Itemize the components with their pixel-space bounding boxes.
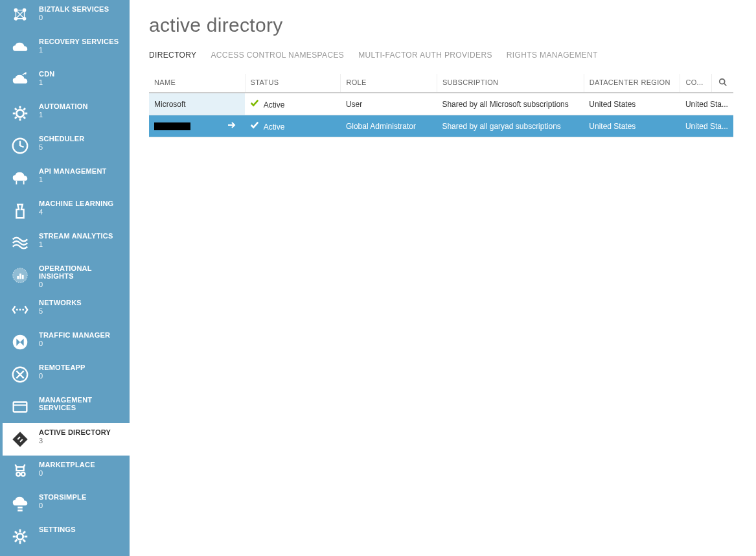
sidebar-item-ad[interactable]: ACTIVE DIRECTORY 3 bbox=[3, 423, 130, 456]
svg-point-41 bbox=[719, 79, 724, 84]
sidebar-item-count: 1 bbox=[39, 111, 88, 119]
opins-icon bbox=[9, 264, 31, 286]
svg-line-8 bbox=[15, 117, 17, 119]
sidebar-item-stream[interactable]: STREAM ANALYTICS 1 bbox=[3, 227, 130, 259]
sidebar-item-count: 4 bbox=[39, 208, 113, 216]
recovery-icon bbox=[9, 38, 31, 60]
table-row[interactable]: Microsoft Active User Shared by all Micr… bbox=[149, 93, 733, 115]
sidebar-item-scheduler[interactable]: SCHEDULER 5 bbox=[3, 130, 130, 162]
sidebar-item-biztalk[interactable]: BIZTALK SERVICES 0 bbox=[3, 0, 130, 32]
sidebar-item-label: BIZTALK SERVICES bbox=[39, 5, 109, 13]
storsimple-icon bbox=[9, 493, 31, 515]
sidebar-item-label: API MANAGEMENT bbox=[39, 167, 107, 175]
sidebar-item-count: 3 bbox=[39, 437, 111, 445]
sidebar-item-count: 0 bbox=[39, 14, 109, 21]
sidebar-item-label: REMOTEAPP bbox=[39, 364, 86, 371]
ad-icon bbox=[9, 428, 31, 450]
sidebar-item-label: SCHEDULER bbox=[39, 135, 84, 143]
svg-line-15 bbox=[20, 146, 24, 147]
svg-line-42 bbox=[724, 84, 726, 86]
row-status: Active bbox=[264, 100, 285, 110]
sidebar-item-marketplace[interactable]: MARKETPLACE 0 bbox=[3, 456, 130, 488]
mgmt-icon bbox=[9, 396, 31, 418]
sidebar-item-count: 1 bbox=[39, 46, 119, 54]
sidebar-item-api[interactable]: API MANAGEMENT 1 bbox=[3, 162, 130, 194]
arrow-right-icon[interactable] bbox=[227, 121, 237, 131]
col-status[interactable]: STATUS bbox=[245, 74, 341, 93]
sidebar-item-networks[interactable]: NETWORKS 5 bbox=[3, 294, 130, 326]
tab-rights-management[interactable]: RIGHTS MANAGEMENT bbox=[507, 48, 598, 62]
svg-line-10 bbox=[15, 108, 17, 110]
sidebar-item-count: 5 bbox=[39, 143, 84, 151]
sidebar-item-count: 1 bbox=[39, 240, 113, 248]
sidebar-item-count: 0 bbox=[39, 372, 86, 380]
sidebar-item-ml[interactable]: MACHINE LEARNING 4 bbox=[3, 194, 130, 227]
col-country[interactable]: CO... bbox=[680, 74, 712, 93]
col-region[interactable]: DATACENTER REGION bbox=[584, 74, 680, 93]
table-header-row: NAME STATUS ROLE SUBSCRIPTION DATACENTER… bbox=[149, 74, 733, 93]
sidebar: BIZTALK SERVICES 0 RECOVERY SERVICES 1 C… bbox=[0, 0, 130, 556]
sidebar-item-mgmt[interactable]: MANAGEMENT SERVICES bbox=[3, 391, 130, 423]
row-region: United States bbox=[589, 100, 636, 109]
svg-rect-19 bbox=[19, 273, 21, 279]
svg-rect-20 bbox=[22, 275, 24, 279]
sidebar-item-remoteapp[interactable]: REMOTEAPP 0 bbox=[3, 358, 130, 391]
check-icon bbox=[250, 98, 259, 108]
col-subscription[interactable]: SUBSCRIPTION bbox=[437, 74, 584, 93]
svg-rect-18 bbox=[17, 276, 19, 279]
sidebar-item-label: STORSIMPLE bbox=[39, 493, 87, 501]
sidebar-item-label: OPERATIONAL INSIGHTS bbox=[39, 264, 126, 280]
tab-directory[interactable]: DIRECTORY bbox=[149, 48, 196, 62]
ml-icon bbox=[9, 200, 31, 222]
svg-line-40 bbox=[23, 531, 25, 533]
svg-point-32 bbox=[17, 533, 23, 539]
sidebar-item-opins[interactable]: OPERATIONAL INSIGHTS 0 bbox=[3, 259, 130, 294]
sidebar-item-label: MANAGEMENT SERVICES bbox=[39, 396, 126, 411]
sidebar-item-storsimple[interactable]: STORSIMPLE 0 bbox=[3, 488, 130, 520]
row-subscription: Shared by all garyad subscriptions bbox=[442, 122, 560, 131]
sidebar-item-recovery[interactable]: RECOVERY SERVICES 1 bbox=[3, 32, 130, 65]
svg-rect-31 bbox=[17, 509, 23, 511]
sidebar-item-label: NETWORKS bbox=[39, 299, 82, 307]
tab-access-control-namespaces[interactable]: ACCESS CONTROL NAMESPACES bbox=[211, 48, 344, 62]
directory-table: NAME STATUS ROLE SUBSCRIPTION DATACENTER… bbox=[149, 74, 733, 137]
sidebar-item-label: ACTIVE DIRECTORY bbox=[39, 428, 111, 436]
sidebar-item-automation[interactable]: AUTOMATION 1 bbox=[3, 97, 130, 130]
row-country: United Sta... bbox=[685, 122, 728, 131]
tab-multi-factor-auth-providers[interactable]: MULTI-FACTOR AUTH PROVIDERS bbox=[358, 48, 492, 62]
sidebar-item-count: 0 bbox=[39, 281, 126, 288]
sidebar-item-label: MACHINE LEARNING bbox=[39, 200, 113, 207]
stream-icon bbox=[9, 232, 31, 254]
svg-line-36 bbox=[15, 540, 17, 542]
sidebar-item-label: AUTOMATION bbox=[39, 102, 88, 110]
col-role[interactable]: ROLE bbox=[341, 74, 437, 93]
sidebar-item-cdn[interactable]: CDN 1 bbox=[3, 65, 130, 97]
svg-point-22 bbox=[19, 309, 21, 311]
sidebar-item-label: RECOVERY SERVICES bbox=[39, 38, 119, 45]
sidebar-item-settings[interactable]: SETTINGS bbox=[3, 520, 130, 553]
redacted-name bbox=[154, 122, 190, 130]
sidebar-item-count: 1 bbox=[39, 78, 55, 86]
svg-point-28 bbox=[16, 472, 20, 476]
sidebar-item-label: CDN bbox=[39, 70, 55, 78]
tabs: DIRECTORYACCESS CONTROL NAMESPACESMULTI-… bbox=[149, 48, 733, 62]
search-icon[interactable] bbox=[717, 78, 728, 87]
row-country: United Sta... bbox=[685, 100, 728, 109]
sidebar-item-traffic[interactable]: TRAFFIC MANAGER 0 bbox=[3, 326, 130, 358]
col-search[interactable] bbox=[712, 74, 734, 93]
svg-point-29 bbox=[21, 472, 25, 476]
sidebar-item-label: SETTINGS bbox=[39, 526, 76, 533]
remoteapp-icon bbox=[9, 364, 31, 386]
sidebar-item-count: 1 bbox=[39, 176, 107, 183]
row-status: Active bbox=[264, 122, 285, 132]
row-subscription: Shared by all Microsoft subscriptions bbox=[442, 100, 568, 109]
col-name[interactable]: NAME bbox=[149, 74, 245, 93]
sidebar-item-label: TRAFFIC MANAGER bbox=[39, 331, 110, 339]
row-region: United States bbox=[589, 122, 636, 131]
api-icon bbox=[9, 167, 31, 189]
cdn-icon bbox=[9, 70, 31, 92]
marketplace-icon bbox=[9, 461, 31, 483]
sidebar-item-count: 5 bbox=[39, 307, 82, 315]
svg-line-12 bbox=[23, 108, 25, 110]
table-row[interactable]: Active Global Administrator Shared by al… bbox=[149, 115, 733, 137]
